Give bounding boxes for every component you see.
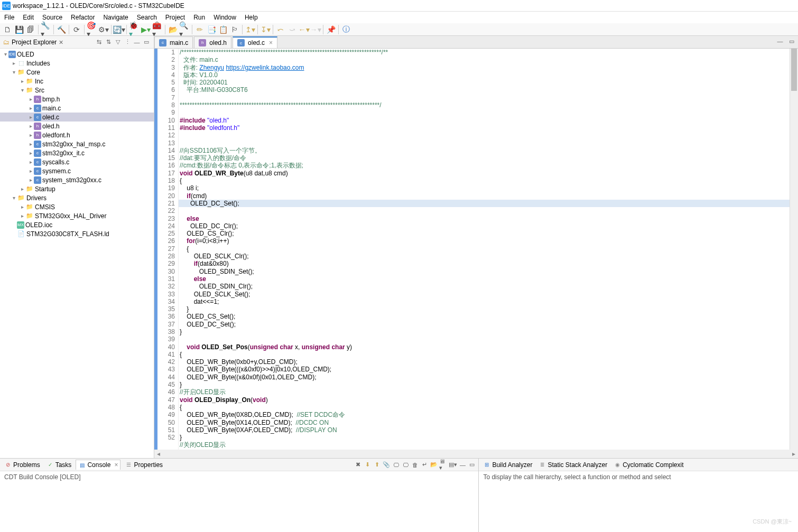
fwd2-icon[interactable]: →▾ [310,24,321,35]
skip-bp-icon[interactable]: 🏳 [229,24,240,35]
tab-stack-analyzer[interactable]: ≣Static Stack Analyzer [536,460,609,470]
twisty-icon[interactable]: ▸ [27,177,34,183]
filter-icon[interactable]: ▽ [114,38,122,46]
display2-icon[interactable]: 🖵 [401,461,410,469]
twisty-icon[interactable]: ▾ [11,195,17,201]
pin-icon[interactable]: 📎 [382,461,391,469]
clear-icon[interactable]: 🗑 [411,461,419,469]
menu-run[interactable]: Run [191,13,207,22]
wrap-icon[interactable]: ↵ [420,461,429,469]
twisty-icon[interactable]: ▸ [19,186,25,192]
tree-ioc[interactable]: OLED.ioc [25,221,52,229]
new-icon[interactable]: 🗋 [2,24,13,35]
back-icon[interactable]: ⤺ [275,24,286,35]
twisty-icon[interactable]: ▾ [19,87,25,93]
scrollbar-horizontal[interactable]: ◂▸ [154,450,798,458]
run-icon[interactable]: ▶▾ [141,24,151,35]
scroll-lock-icon[interactable]: ⬇ [363,461,372,469]
tree-hal[interactable]: STM32G0xx_HAL_Driver [35,212,106,220]
tab-tasks[interactable]: ✓Tasks [44,460,74,470]
twisty-icon[interactable]: ▸ [27,114,34,120]
twisty-icon[interactable]: ▸ [27,168,34,174]
save-icon[interactable]: 💾 [14,24,24,35]
toolchain-icon[interactable]: ⚙▾ [98,24,109,35]
scroll-up-icon[interactable]: ⬆ [373,461,381,469]
tab-properties[interactable]: ☰Properties [123,460,165,470]
config-icon[interactable]: 🔧▾ [41,24,51,35]
monitor-icon[interactable]: 🖥▾ [439,461,448,469]
maximize-icon[interactable]: ▭ [468,461,476,469]
search-icon[interactable]: 🔍▾ [179,24,190,35]
tab-console[interactable]: ▤Console× [76,460,120,470]
info-icon[interactable]: ⓘ [341,24,351,35]
twisty-icon[interactable]: ▸ [19,204,25,210]
debug-icon[interactable]: 🐞▾ [129,24,140,35]
twisty-icon[interactable]: ▸ [27,105,34,111]
tab-problems[interactable]: ⊘Problems [2,460,42,470]
refresh-icon[interactable]: 🔄▾ [114,24,124,35]
toggle-mark-icon[interactable]: 📑 [206,24,217,35]
remove-icon[interactable]: ✖ [354,461,362,469]
close-icon[interactable]: × [269,39,273,46]
twisty-icon[interactable]: ▸ [27,132,34,138]
build-icon[interactable]: 🔨 [56,24,67,35]
twisty-icon[interactable]: ▸ [27,141,34,147]
minimize-icon[interactable]: — [458,461,467,469]
folder-icon[interactable]: 📂 [168,24,178,35]
tree-project[interactable]: OLED [17,51,34,58]
tree-file[interactable]: stm32g0xx_it.c [42,150,85,157]
save-all-icon[interactable]: 🗐 [25,24,36,35]
tab-build-analyzer[interactable]: ⊞Build Analyzer [481,460,534,470]
debug-target-icon[interactable]: 🎯▾ [87,24,97,35]
tree-file[interactable]: oled.h [42,123,60,130]
twisty-icon[interactable]: ▸ [27,150,34,156]
twisty-icon[interactable]: ▾ [11,69,17,75]
twisty-icon[interactable]: ▸ [27,123,34,129]
generate-icon[interactable]: ⟳ [71,24,82,35]
project-tree[interactable]: ▾IDEOLED ▸⬚Includes ▾📁Core ▸📁Inc ▾📁Src ▸… [0,49,154,458]
toggle-bp-icon[interactable]: 📋 [218,24,228,35]
twisty-icon[interactable]: ▸ [19,78,25,84]
fwd-icon[interactable]: ⤻ [287,24,298,35]
tree-file[interactable]: sysmem.c [42,167,71,175]
tree-drivers[interactable]: Drivers [26,194,47,202]
tree-file-selected[interactable]: oled.c [42,114,59,121]
wand-icon[interactable]: ✏ [194,24,205,35]
twisty-icon[interactable]: ▸ [27,96,34,102]
tab-cyclomatic[interactable]: ◉Cyclomatic Complexit [611,460,685,470]
twisty-icon[interactable]: ▸ [19,213,25,219]
tab-oled-h[interactable]: holed.h [194,36,231,48]
tree-includes[interactable]: Includes [26,60,50,67]
close-icon[interactable]: × [114,461,118,469]
menu-edit[interactable]: Edit [21,13,36,22]
close-icon[interactable]: × [59,38,63,46]
tree-startup[interactable]: Startup [35,185,55,193]
twisty-icon[interactable]: ▾ [2,51,8,57]
twisty-icon[interactable]: ▸ [27,159,34,165]
back2-icon[interactable]: ←▾ [299,24,309,35]
tab-main-c[interactable]: cmain.c [154,36,193,48]
tree-core[interactable]: Core [26,69,40,76]
tree-src[interactable]: Src [35,87,44,94]
tree-ld[interactable]: STM32G030C8TX_FLASH.ld [26,230,109,238]
maximize-icon[interactable]: ▭ [787,37,796,45]
menu-window[interactable]: Window [211,13,238,22]
minimize-icon[interactable]: — [133,38,141,46]
tree-file[interactable]: oledfont.h [42,132,70,139]
tree-file[interactable]: system_stm32g0xx.c [42,176,101,184]
link-icon[interactable]: ⇅ [104,38,113,46]
tree-file[interactable]: main.c [42,105,61,112]
menu-navigate[interactable]: Navigate [101,13,130,22]
maximize-icon[interactable]: ▭ [142,38,151,46]
tree-file[interactable]: bmp.h [42,96,60,103]
twisty-icon[interactable]: ▸ [11,60,17,66]
new-console-icon[interactable]: ▤▾ [449,461,457,469]
view-menu-icon[interactable]: ⋮ [123,38,132,46]
step-up-icon[interactable]: ↥▾ [245,24,255,35]
step-down-icon[interactable]: ↧▾ [260,24,271,35]
tree-file[interactable]: syscalls.c [42,158,69,166]
open-icon[interactable]: 📂 [430,461,438,469]
tree-file[interactable]: stm32g0xx_hal_msp.c [42,141,105,148]
tree-inc[interactable]: Inc [35,78,43,85]
external-icon[interactable]: 🧰▾ [152,24,163,35]
